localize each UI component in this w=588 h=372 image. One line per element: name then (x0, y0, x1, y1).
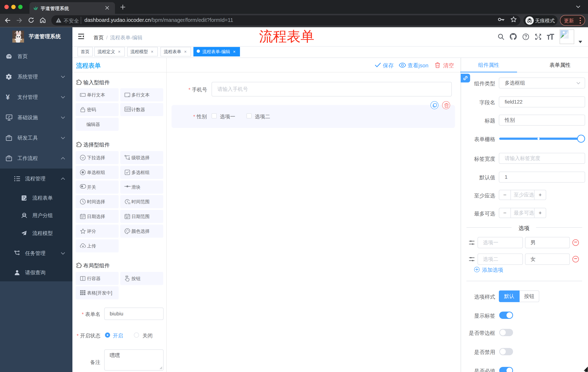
svg-text:123: 123 (125, 107, 130, 111)
